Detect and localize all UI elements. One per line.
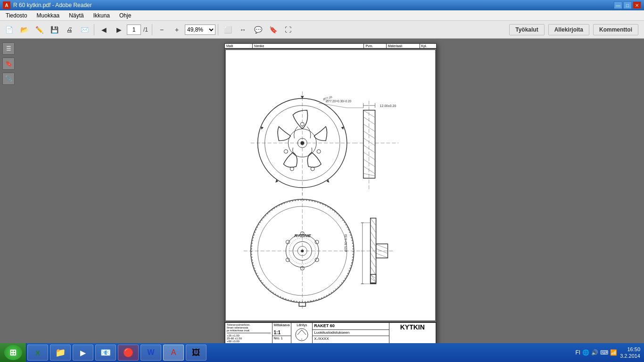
separator-2 [152,24,152,35]
separator-3 [218,24,218,35]
menu-bar: Tiedosto Muokkaa Näytä Ikkuna Ohje [0,10,644,21]
email-button[interactable]: ✉️ [77,23,91,36]
zoom-out-button[interactable]: − [155,23,169,36]
edit-button[interactable]: ✏️ [32,23,46,36]
svg-rect-0 [225,49,436,321]
sidebar-bookmark-icon[interactable]: 🔖 [2,58,15,70]
sidebar-nav-icon[interactable]: ☰ [2,42,15,55]
taskbar-adobe[interactable]: A [163,345,184,361]
clock-time: 16:50 [620,346,640,353]
title-controls[interactable]: — □ ✕ [614,1,641,9]
comment-button[interactable]: 💬 [251,23,265,36]
taskbar-word[interactable]: W [140,345,161,361]
svg-text:+: + [301,337,303,340]
open-button[interactable]: 📂 [17,23,31,36]
sidebar-paperclip-icon[interactable]: 📎 [2,73,15,85]
close-button[interactable]: ✕ [633,1,641,9]
taskbar-right: FI 🌐 🔊 ⌨ 📶 16:50 3.2.2014 [576,346,644,360]
window-title: R 60 kytkin.pdf - Adobe Reader [13,2,92,8]
start-orb: ⊞ [4,345,22,360]
menu-muokkaa[interactable]: Muokkaa [33,11,64,20]
part-number: X./XXXX [313,336,389,344]
prev-page-button[interactable]: ◀ [97,23,111,36]
system-tray: FI 🌐 🔊 ⌨ 📶 [576,349,618,356]
page-input[interactable]: 1 [127,25,141,35]
fullscreen-button[interactable]: ⛶ [281,23,295,36]
network-icon: 🌐 [582,349,589,356]
taskbar-app5[interactable]: 🔴 [118,345,139,361]
clock-date: 3.2.2014 [620,353,640,359]
language-indicator: FI [576,349,581,356]
taskbar-explorer[interactable]: 📁 [50,345,71,361]
drawing-area: 12.00±0.20 Ø77.20+0.30/-0.20 Ø77.20 [224,49,437,322]
taskbar-outlook[interactable]: 📧 [95,345,116,361]
comment-btn[interactable]: Kommenttoi [593,24,638,35]
right-toolbar: Työkalut Allekirjoita Kommenttoi [509,24,642,35]
start-button[interactable]: ⊞ [0,343,26,362]
app-icon: A [3,1,10,9]
separator-1 [94,24,94,35]
next-page-button[interactable]: ▶ [112,23,126,36]
menu-ohje[interactable]: Ohje [116,11,135,20]
volume-icon[interactable]: 🔊 [591,349,598,356]
left-sidebar: ☰ 🔖 📎 [0,39,17,343]
taskbar-excel[interactable]: X [27,345,48,361]
menu-tiedosto[interactable]: Tiedosto [2,11,31,20]
save-button[interactable]: 💾 [47,23,61,36]
title-bar-left: A R 60 kytkin.pdf - Adobe Reader [3,1,92,9]
keyboard-icon: ⌨ [600,349,608,356]
svg-text:RADNE: RADNE [294,233,311,238]
svg-text:Ø75.50+0.50: Ø75.50+0.50 [344,234,347,252]
signal-icon: 📶 [610,349,617,356]
taskbar-mediaplayer[interactable]: ▶ [73,345,93,361]
svg-text:Ø77.20+0.30/-0.20: Ø77.20+0.30/-0.20 [326,99,352,103]
page-total: /1 [142,26,149,33]
title-bar: A R 60 kytkin.pdf - Adobe Reader — □ ✕ [0,0,644,10]
toolbar: 📄 📂 ✏️ 💾 🖨 ✉️ ◀ ▶ 1 /1 − + 49,8% 25% 50%… [0,21,644,39]
tools-button[interactable]: Työkalut [509,24,544,35]
technical-drawing-svg: 12.00±0.20 Ø77.20+0.30/-0.20 Ø77.20 [225,49,436,321]
fit-width-button[interactable]: ↔ [236,23,250,36]
maximize-button[interactable]: □ [623,1,632,9]
part-name: KYTKIN [389,322,436,343]
title-block-table: Toleranssimerkinn.Ilman toleranssiaja mi… [224,322,437,343]
svg-rect-67 [371,283,376,284]
menu-nayta[interactable]: Näytä [65,11,87,20]
fit-page-button[interactable]: ⬜ [221,23,235,36]
main-area: ☰ 🔖 📎 Malli Nimike Pvm. Materiaali Kpl. [0,39,644,343]
sign-button[interactable]: Allekirjoita [548,24,589,35]
new-button[interactable]: 📄 [2,23,16,36]
pdf-viewer[interactable]: Malli Nimike Pvm. Materiaali Kpl. [17,39,644,343]
stamp-button[interactable]: 🔖 [266,23,280,36]
part-subtitle: Luokitustodistukseen [313,329,389,336]
part-title: RAKET 60 [313,322,389,329]
svg-text:12.00±0.20: 12.00±0.20 [380,104,396,107]
taskbar-app8[interactable]: 🖼 [186,345,206,361]
zoom-select[interactable]: 49,8% 25% 50% 75% 100% [185,25,215,35]
zoom-in-button[interactable]: + [170,23,184,36]
taskbar: ⊞ X 📁 ▶ 📧 🔴 W A 🖼 FI 🌐 🔊 ⌨ 📶 16:50 3.2.2… [0,343,644,362]
clock-area[interactable]: 16:50 3.2.2014 [620,346,640,360]
menu-ikkuna[interactable]: Ikkuna [90,11,114,20]
pdf-page: Malli Nimike Pvm. Materiaali Kpl. [224,43,437,343]
minimize-button[interactable]: — [614,1,622,9]
header-table: Malli Nimike Pvm. Materiaali Kpl. [224,43,437,49]
print-button[interactable]: 🖨 [62,23,76,36]
